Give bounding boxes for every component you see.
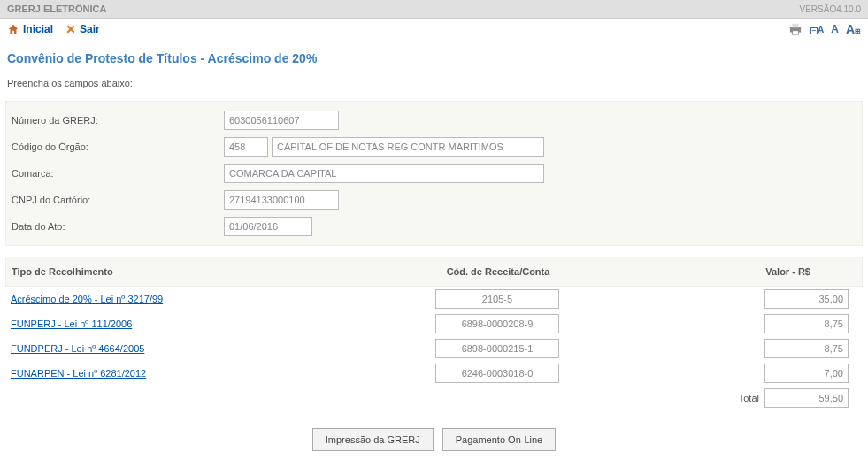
col-header-tipo: Tipo de Recolhimento (12, 266, 365, 277)
table-row: Acréscimo de 20% - Lei nº 3217/99 (5, 287, 863, 311)
close-icon (65, 24, 76, 34)
table-row: FUNARPEN - Lei nº 6281/2012 (5, 361, 863, 386)
nav-exit-label: Sair (80, 23, 100, 35)
form-panel: Número da GRERJ: Código do Órgão: Comarc… (5, 101, 863, 246)
orgao-label: Código do Órgão: (12, 142, 224, 152)
svg-rect-1 (792, 24, 798, 27)
cnpj-input[interactable] (224, 190, 339, 210)
orgao-code-input[interactable] (224, 137, 268, 157)
font-increase-button[interactable]: A⊞ (846, 22, 861, 36)
col-header-cod: Cód. de Receita/Conta (365, 266, 631, 277)
cod-input[interactable] (435, 314, 559, 333)
orgao-name-input[interactable] (272, 137, 544, 157)
version-label: VERSÃO4.10.0 (800, 4, 861, 14)
data-ato-label: Data do Ato: (12, 221, 224, 232)
comarca-input[interactable] (224, 164, 544, 183)
cod-input[interactable] (435, 339, 559, 358)
col-header-valor: Valor - R$ (631, 266, 856, 277)
font-decrease-button[interactable]: −A (810, 25, 824, 34)
cod-input[interactable] (435, 289, 559, 309)
tipo-link[interactable]: FUNARPEN - Lei nº 6281/2012 (11, 368, 146, 379)
pay-online-button[interactable]: Pagamento On-Line (442, 428, 556, 451)
recolhimento-table: Tipo de Recolhimento Cód. de Receita/Con… (5, 257, 863, 410)
tipo-link[interactable]: FUNDPERJ - Lei nº 4664/2005 (11, 343, 144, 354)
print-icon[interactable] (787, 23, 803, 35)
cod-input[interactable] (435, 364, 559, 383)
font-reset-button[interactable]: A (831, 23, 839, 35)
total-label: Total (739, 393, 759, 403)
table-row: FUNDPERJ - Lei nº 4664/2005 (5, 336, 863, 361)
grerj-label: Número da GRERJ: (12, 115, 224, 126)
data-ato-input[interactable] (224, 217, 312, 236)
intro-text: Preencha os campos abaixo: (0, 78, 868, 101)
cnpj-label: CNPJ do Cartório: (12, 195, 224, 205)
total-row: Total (5, 386, 863, 410)
tipo-link[interactable]: FUNPERJ - Lei nº 111/2006 (11, 318, 132, 329)
app-title: GRERJ ELETRÔNICA (7, 4, 106, 14)
nav-exit[interactable]: Sair (65, 23, 100, 35)
table-row: FUNPERJ - Lei nº 111/2006 (5, 311, 863, 336)
nav-home[interactable]: Inicial (7, 23, 53, 35)
nav-home-label: Inicial (23, 23, 53, 35)
valor-input[interactable] (764, 289, 849, 309)
print-grerj-button[interactable]: Impressão da GRERJ (312, 428, 434, 451)
grerj-input[interactable] (224, 111, 339, 130)
valor-input[interactable] (764, 364, 849, 383)
valor-input[interactable] (764, 339, 849, 358)
comarca-label: Comarca: (12, 168, 224, 179)
svg-rect-2 (792, 31, 798, 34)
page-title: Convênio de Protesto de Títulos - Acrésc… (0, 42, 868, 78)
table-header: Tipo de Recolhimento Cód. de Receita/Con… (5, 257, 863, 287)
valor-input[interactable] (764, 314, 849, 333)
tipo-link[interactable]: Acréscimo de 20% - Lei nº 3217/99 (11, 294, 163, 304)
home-icon (7, 23, 19, 35)
total-value-input (764, 388, 849, 408)
